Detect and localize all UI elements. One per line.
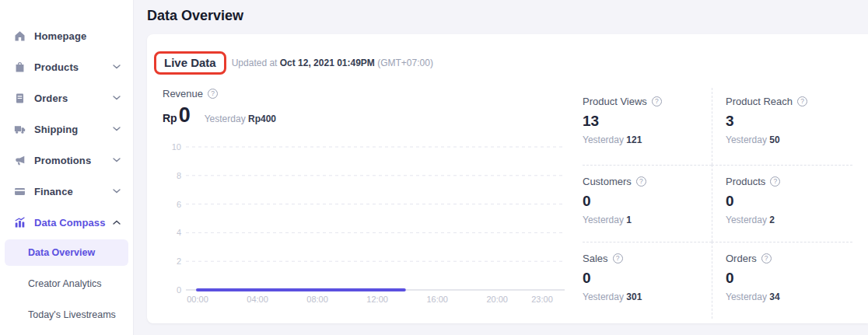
help-icon[interactable]: ?: [636, 176, 646, 187]
yesterday-label: Yesterday: [726, 215, 767, 225]
revenue-label: Revenue: [163, 88, 203, 99]
chevron-down-icon: [113, 127, 121, 131]
sidebar-item-orders[interactable]: Orders: [0, 82, 133, 113]
revenue-value-row: Rp 0 Yesterday Rp400: [163, 103, 565, 127]
svg-text:10: 10: [172, 142, 181, 152]
stat-value: 3: [726, 113, 852, 130]
chevron-down-icon: [113, 96, 121, 100]
sidebar: Homepage Products Orders Shipping: [0, 0, 134, 335]
svg-text:16:00: 16:00: [426, 295, 448, 304]
live-data-header: Live Data Updated at Oct 12, 2021 01:49P…: [163, 51, 852, 75]
sidebar-subitem-todays-livestreams[interactable]: Today's Livestreams: [5, 302, 128, 328]
yesterday-value: 121: [626, 134, 642, 145]
yesterday-label: Yesterday: [583, 215, 624, 225]
promotions-megaphone-icon: [14, 155, 26, 166]
sidebar-item-label: Shipping: [34, 124, 113, 135]
svg-text:12:00: 12:00: [366, 295, 388, 304]
help-icon[interactable]: ?: [208, 89, 218, 99]
stat-products: Products? 0 Yesterday 2: [712, 165, 852, 242]
sidebar-subitem-creator-analytics[interactable]: Creator Analytics: [5, 270, 128, 297]
data-compass-chart-icon: [14, 217, 26, 229]
sidebar-item-products[interactable]: Products: [0, 51, 133, 82]
stats-grid: Product Views? 13 Yesterday 121 Product …: [583, 88, 852, 319]
sidebar-subitem-label: Data Overview: [28, 247, 95, 258]
products-bag-icon: [14, 61, 26, 73]
sidebar-item-data-compass[interactable]: Data Compass: [0, 207, 133, 238]
yesterday-label: Yesterday: [726, 134, 767, 145]
stat-label: Orders: [726, 253, 757, 264]
stat-value: 0: [726, 270, 852, 287]
help-icon[interactable]: ?: [613, 253, 623, 263]
stat-label: Sales: [583, 253, 608, 264]
help-icon[interactable]: ?: [770, 176, 780, 187]
updated-at-text: Updated at Oct 12, 2021 01:49PM (GMT+07:…: [232, 58, 433, 68]
stat-customers: Customers? 0 Yesterday 1: [583, 165, 712, 242]
yesterday-label: Yesterday: [205, 113, 246, 124]
sidebar-item-label: Finance: [34, 186, 113, 197]
svg-text:20:00: 20:00: [486, 295, 508, 304]
revenue-label-row: Revenue ?: [163, 88, 565, 99]
sidebar-item-label: Promotions: [34, 155, 113, 166]
stat-label: Product Views: [583, 96, 647, 107]
chevron-down-icon: [113, 189, 121, 194]
sidebar-item-label: Data Compass: [34, 217, 113, 229]
sidebar-subitem-data-overview[interactable]: Data Overview: [5, 239, 128, 266]
page-title: Data Overview: [147, 8, 868, 24]
stat-label: Products: [726, 176, 765, 187]
stat-product-views: Product Views? 13 Yesterday 121: [583, 88, 712, 165]
svg-text:2: 2: [177, 256, 181, 266]
svg-text:6: 6: [177, 200, 181, 209]
revenue-value: 0: [179, 103, 191, 127]
live-data-card: Live Data Updated at Oct 12, 2021 01:49P…: [147, 34, 868, 323]
home-icon: [14, 30, 26, 42]
help-icon[interactable]: ?: [652, 96, 662, 106]
stat-value: 0: [726, 193, 852, 210]
yesterday-value: 2: [769, 215, 775, 225]
stat-value: 0: [583, 270, 712, 287]
yesterday-label: Yesterday: [726, 291, 767, 302]
stat-sales: Sales? 0 Yesterday 301: [583, 242, 712, 319]
sidebar-item-shipping[interactable]: Shipping: [0, 113, 133, 145]
stat-value: 0: [583, 193, 712, 210]
updated-time: Oct 12, 2021 01:49PM: [280, 58, 375, 68]
svg-text:00:00: 00:00: [187, 295, 208, 304]
app-layout: Homepage Products Orders Shipping: [0, 0, 868, 335]
sidebar-item-finance[interactable]: Finance: [0, 176, 133, 207]
card-content-row: Revenue ? Rp 0 Yesterday Rp400 024681000…: [163, 88, 852, 319]
sidebar-item-label: Products: [34, 61, 113, 73]
svg-text:23:00: 23:00: [531, 295, 553, 304]
svg-text:4: 4: [177, 228, 181, 237]
sidebar-item-homepage[interactable]: Homepage: [0, 20, 133, 51]
svg-text:08:00: 08:00: [306, 295, 328, 304]
stat-label: Product Reach: [726, 96, 793, 107]
yesterday-value: 1: [626, 215, 632, 225]
yesterday-value: 301: [626, 291, 642, 302]
yesterday-value: 50: [769, 134, 779, 145]
red-annotation-box: Live Data: [154, 51, 226, 75]
help-icon[interactable]: ?: [761, 253, 772, 263]
revenue-section: Revenue ? Rp 0 Yesterday Rp400 024681000…: [163, 88, 565, 319]
orders-doc-icon: [14, 92, 26, 104]
sidebar-item-label: Orders: [34, 92, 113, 104]
main-content: Data Overview Live Data Updated at Oct 1…: [134, 0, 868, 335]
stat-value: 13: [583, 113, 712, 130]
yesterday-value: Rp400: [248, 113, 276, 124]
updated-timezone: (GMT+07:00): [377, 58, 433, 68]
revenue-chart: 024681000:0004:0008:0012:0016:0020:0023:…: [163, 141, 567, 308]
svg-text:04:00: 04:00: [247, 295, 268, 304]
yesterday-value: 34: [769, 291, 779, 302]
sidebar-item-label: Homepage: [34, 30, 121, 42]
stat-product-reach: Product Reach? 3 Yesterday 50: [712, 88, 852, 165]
yesterday-label: Yesterday: [583, 291, 624, 302]
help-icon[interactable]: ?: [797, 96, 807, 106]
chevron-up-icon: [113, 220, 121, 225]
revenue-yesterday: Yesterday Rp400: [205, 113, 276, 124]
revenue-currency: Rp: [163, 112, 177, 124]
yesterday-label: Yesterday: [583, 134, 624, 145]
stat-label: Customers: [583, 176, 632, 187]
sidebar-subitem-label: Creator Analytics: [28, 278, 101, 289]
svg-text:0: 0: [177, 285, 181, 295]
chevron-down-icon: [113, 158, 121, 162]
finance-card-icon: [14, 186, 26, 197]
sidebar-item-promotions[interactable]: Promotions: [0, 145, 133, 176]
